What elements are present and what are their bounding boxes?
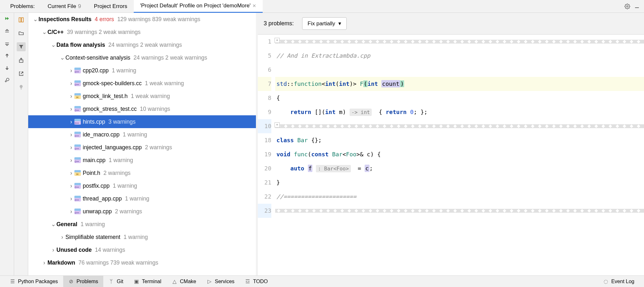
folded-region[interactable] bbox=[275, 204, 644, 218]
fix-partially-button[interactable]: Fix partially▾ bbox=[302, 17, 347, 30]
status-terminal[interactable]: ▣Terminal bbox=[129, 276, 166, 287]
code-line[interactable]: std::function<int(int)> F(int count) bbox=[275, 77, 644, 91]
status-cmake[interactable]: △CMake bbox=[166, 276, 201, 287]
chevron-right-icon[interactable]: › bbox=[68, 183, 74, 189]
status-event-log[interactable]: ◌Event Log bbox=[598, 276, 640, 287]
chevron-right-icon[interactable]: › bbox=[68, 80, 74, 87]
collapse-all-icon[interactable] bbox=[3, 40, 11, 47]
code-line[interactable]: auto f : Bar<Foo> = c; bbox=[275, 161, 644, 176]
tab-label: Problems: bbox=[10, 3, 35, 10]
tree-row[interactable]: ›Simplifiable statement1 warning bbox=[28, 231, 256, 243]
funnel-icon[interactable] bbox=[17, 42, 26, 51]
tree-row[interactable]: ›Markdown76 warnings 739 weak warnings bbox=[28, 256, 256, 269]
chevron-down-icon[interactable]: ⌄ bbox=[50, 221, 56, 228]
chevron-right-icon[interactable]: › bbox=[68, 93, 74, 100]
code-line[interactable]: //===================== bbox=[275, 190, 644, 204]
cpp-file-icon bbox=[74, 144, 81, 151]
gear-icon[interactable] bbox=[624, 3, 631, 10]
line-number: 6 bbox=[258, 63, 271, 77]
tree-item-meta: 1 weak warning bbox=[145, 80, 184, 87]
fix-btn-label: Fix partially bbox=[308, 20, 335, 27]
terminal-icon: ▣ bbox=[134, 279, 140, 284]
status-todo[interactable]: ☲TODO bbox=[240, 276, 273, 287]
tree-row[interactable]: ›gmock_stress_test.cc10 warnings bbox=[28, 102, 256, 115]
code-line[interactable]: // And in ExtractLambda.cpp bbox=[275, 49, 644, 63]
close-icon[interactable]: ✕ bbox=[252, 3, 256, 8]
tree-item-meta: 24 warnings 2 weak warnings bbox=[108, 42, 182, 48]
code-line[interactable]: class Bar {}; bbox=[275, 133, 644, 147]
tree-row[interactable]: ›postfix.cpp1 warning bbox=[28, 179, 256, 192]
tree-item-meta: 14 warnings bbox=[95, 247, 125, 253]
line-number: 1 bbox=[258, 35, 271, 49]
editor-code[interactable]: // And in ExtractLambda.cppstd::function… bbox=[275, 35, 644, 275]
tree-root-label: Inspections Results bbox=[38, 16, 91, 23]
chevron-right-icon[interactable]: › bbox=[59, 234, 65, 241]
tab-problems[interactable]: Problems: bbox=[4, 0, 41, 13]
chevron-right-icon[interactable]: › bbox=[68, 119, 74, 125]
expand-all-icon[interactable] bbox=[3, 28, 11, 35]
rerun-icon[interactable] bbox=[3, 15, 11, 23]
tree-row[interactable]: ›Unused code14 warnings bbox=[28, 243, 256, 256]
tree-row[interactable]: ›cpp20.cpp1 warning bbox=[28, 64, 256, 77]
tree-row[interactable]: ⌄General1 warning bbox=[28, 218, 256, 231]
wrench-icon[interactable] bbox=[3, 76, 11, 84]
code-line[interactable]: } bbox=[275, 176, 644, 190]
inspections-tree[interactable]: ⌄ Inspections Results 4 errors 129 warni… bbox=[28, 13, 256, 275]
chevron-right-icon[interactable]: › bbox=[68, 67, 74, 74]
tree-row[interactable]: ›hints.cpp3 warnings bbox=[28, 115, 256, 128]
chevron-right-icon[interactable]: › bbox=[68, 144, 74, 151]
tab-profile[interactable]: 'Project Default' Profile on Project 'de… bbox=[134, 0, 263, 13]
line-number: 21 bbox=[258, 176, 271, 190]
status-problems[interactable]: ⊘Problems bbox=[63, 276, 104, 287]
chevron-right-icon[interactable]: › bbox=[68, 170, 74, 176]
tree-row[interactable]: ›gmock-spec-builders.cc1 weak warning bbox=[28, 77, 256, 90]
tree-row[interactable]: ›main.cpp1 warning bbox=[28, 154, 256, 167]
tree-item-meta: 1 warning bbox=[123, 131, 147, 138]
open-external-icon[interactable] bbox=[17, 69, 26, 78]
chevron-right-icon[interactable]: › bbox=[68, 106, 74, 112]
folded-region[interactable] bbox=[275, 35, 644, 49]
status-git[interactable]: ᛘGit bbox=[103, 276, 128, 287]
chevron-down-icon[interactable]: ⌄ bbox=[50, 42, 56, 48]
tree-row[interactable]: ›gmock_link_test.h1 weak warning bbox=[28, 90, 256, 102]
chevron-down-icon[interactable]: ⌄ bbox=[32, 16, 38, 23]
folded-region[interactable] bbox=[275, 119, 644, 133]
code-line[interactable]: return [](int m) -> int { return 0; }; bbox=[275, 105, 644, 119]
chevron-right-icon[interactable]: › bbox=[41, 259, 47, 266]
tab-project-errors[interactable]: Project Errors bbox=[88, 0, 134, 13]
tab-label: Project Errors bbox=[94, 3, 127, 10]
chevron-right-icon[interactable]: › bbox=[68, 131, 74, 138]
tab-label: 'Project Default' Profile on Project 'de… bbox=[140, 3, 251, 9]
chevron-right-icon[interactable]: › bbox=[68, 208, 74, 215]
tab-current-file[interactable]: Current File9 bbox=[41, 0, 88, 13]
chevron-right-icon[interactable]: › bbox=[68, 195, 74, 202]
status-services[interactable]: ▷Services bbox=[201, 276, 240, 287]
up-arrow-icon[interactable] bbox=[3, 52, 11, 60]
tree-row[interactable]: ⌄C/C++39 warnings 2 weak warnings bbox=[28, 26, 256, 38]
export-icon[interactable] bbox=[17, 56, 26, 65]
down-arrow-icon[interactable] bbox=[3, 64, 11, 72]
chevron-right-icon[interactable]: › bbox=[50, 247, 56, 253]
tree-row[interactable]: ›injected_languages.cpp2 warnings bbox=[28, 141, 256, 154]
chevron-down-icon[interactable]: ⌄ bbox=[59, 54, 65, 61]
tree-root[interactable]: ⌄ Inspections Results 4 errors 129 warni… bbox=[28, 13, 256, 26]
chevron-right-icon[interactable]: › bbox=[68, 157, 74, 164]
code-line[interactable] bbox=[275, 63, 644, 77]
minimize-icon[interactable] bbox=[634, 3, 640, 10]
bulb-icon[interactable] bbox=[17, 83, 26, 92]
code-line[interactable]: void func(const Bar<Foo>& c) { bbox=[275, 147, 644, 161]
cpp-file-icon bbox=[74, 67, 81, 74]
code-editor[interactable]: 15678910181920212223 // And in ExtractLa… bbox=[258, 35, 644, 275]
chevron-down-icon[interactable]: ⌄ bbox=[41, 29, 47, 36]
tree-row[interactable]: ›Point.h2 warnings bbox=[28, 167, 256, 179]
tree-item-meta: 1 weak warning bbox=[131, 93, 170, 100]
tree-row[interactable]: ›unwrap.cpp2 warnings bbox=[28, 205, 256, 218]
code-line[interactable]: { bbox=[275, 91, 644, 105]
status-python-packages[interactable]: ☰Python Packages bbox=[4, 276, 63, 287]
folder-icon[interactable] bbox=[17, 29, 26, 38]
layout-icon[interactable] bbox=[17, 15, 26, 24]
tree-row[interactable]: ›thread_app.cpp1 warning bbox=[28, 192, 256, 205]
tree-row[interactable]: ⌄Context-sensitive analysis24 warnings 2… bbox=[28, 51, 256, 64]
tree-row[interactable]: ›ide_macro.cpp1 warning bbox=[28, 128, 256, 141]
tree-row[interactable]: ⌄Data flow analysis24 warnings 2 weak wa… bbox=[28, 38, 256, 51]
